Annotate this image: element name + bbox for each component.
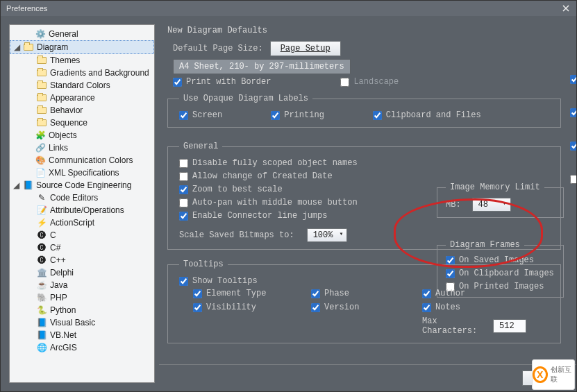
opaque-fieldset: Use Opaque Diagram Labels Screen Printin…	[167, 94, 561, 128]
disable-scoped-checkbox[interactable]: Disable fully scoped object names	[179, 158, 553, 168]
folder-icon	[36, 105, 47, 116]
tooltips-legend: Tooltips	[179, 259, 228, 269]
close-icon[interactable]	[561, 3, 571, 13]
attr-icon: 📝	[36, 205, 47, 216]
tree-sequence[interactable]: Sequence	[10, 117, 154, 129]
xml-icon: 📄	[35, 167, 46, 178]
tree-python[interactable]: 🐍Python	[10, 304, 154, 316]
scale-saved-label: Scale Saved Bitmaps to:	[179, 230, 294, 240]
edit-icon: ✎	[36, 192, 47, 203]
tooltips-fieldset: Tooltips Show Tooltips Element Type Phas…	[167, 259, 561, 343]
cpp-icon: 🅒	[36, 255, 47, 266]
tree-vb[interactable]: 📘Visual Basic	[10, 316, 154, 329]
watermark-icon: X	[533, 366, 548, 383]
memory-legend: Image Memory Limit	[446, 182, 544, 192]
page-size-label: Default Page Size:	[173, 44, 263, 53]
tree-attrop[interactable]: 📝Attribute/Operations	[10, 204, 154, 216]
memory-fieldset: Image Memory Limit MB: 48	[437, 182, 564, 218]
tree-php[interactable]: 🐘PHP	[10, 291, 154, 304]
footer: Close	[159, 364, 576, 391]
code-icon: 📘	[22, 180, 33, 191]
tree-links[interactable]: 🔗Links	[10, 142, 154, 154]
as-icon: ⚡	[36, 217, 47, 228]
objects-icon: 🧩	[35, 130, 46, 141]
tree-vbnet[interactable]: 📘VB.Net	[10, 329, 154, 341]
vb-icon: 📘	[36, 317, 47, 328]
tree-sce[interactable]: ◢📘Source Code Engineering	[10, 179, 154, 191]
preferences-tree[interactable]: ⚙️General ◢Diagram Themes Gradients and …	[9, 24, 155, 383]
links-icon: 🔗	[35, 142, 46, 153]
page-size-value: A4 Sheet, 210- by 297-millimeters	[173, 59, 351, 74]
landscape-checkbox[interactable]: Landscape	[340, 77, 399, 87]
scale-saved-select[interactable]: 100%	[307, 228, 348, 242]
arcgis-icon: 🌐	[36, 342, 47, 353]
window-title: Preferences	[6, 4, 47, 12]
tt-visibility-checkbox[interactable]: Visibility	[193, 302, 304, 312]
folder-icon	[36, 80, 47, 91]
tree-commcolors[interactable]: 🎨Communication Colors	[10, 154, 154, 167]
tree-themes[interactable]: Themes	[10, 54, 154, 67]
tree-objects[interactable]: 🧩Objects	[10, 129, 154, 142]
page-setup-button[interactable]: Page Setup	[270, 41, 341, 56]
tt-version-checkbox[interactable]: Version	[311, 302, 415, 312]
delphi-icon: 🏛️	[36, 267, 47, 278]
tt-maxchars-label: Max Characters:	[422, 316, 486, 336]
watermark: X 创新互联	[532, 359, 575, 390]
tree-cpp[interactable]: 🅒C++	[10, 254, 154, 266]
show-protected-checkbox[interactable]: Show Protected Features	[570, 98, 576, 127]
gear-icon: ⚙️	[35, 28, 46, 40]
general-legend: General	[179, 142, 222, 151]
tree-appearance[interactable]: Appearance	[10, 92, 154, 104]
folder-icon	[36, 92, 47, 103]
show-private-checkbox[interactable]: Show Private Features	[570, 131, 576, 160]
opaque-clipboard-checkbox[interactable]: Clipboard and Files	[373, 110, 481, 120]
tree-java[interactable]: ☕Java	[10, 279, 154, 291]
folder-icon	[23, 42, 34, 53]
tree-actionscript[interactable]: ⚡ActionScript	[10, 216, 154, 229]
tree-behavior[interactable]: Behavior	[10, 104, 154, 117]
watermark-text: 创新互联	[551, 365, 574, 384]
tt-notes-checkbox[interactable]: Notes	[422, 302, 526, 312]
java-icon: ☕	[36, 280, 47, 291]
tree-csharp[interactable]: 🅒C#	[10, 241, 154, 254]
csharp-icon: 🅒	[36, 242, 47, 253]
mb-label: MB:	[446, 200, 461, 210]
tt-maxchars-input[interactable]: 512	[493, 319, 526, 333]
print-border-checkbox[interactable]: Print with Border	[173, 77, 271, 87]
tree-codeed[interactable]: ✎Code Editors	[10, 191, 154, 204]
tree-xmlspec[interactable]: 📄XML Specifications	[10, 167, 154, 179]
tree-c[interactable]: 🅒C	[10, 229, 154, 241]
tt-phase-checkbox[interactable]: Phase	[311, 289, 415, 298]
show-tooltips-checkbox[interactable]: Show Tooltips	[179, 276, 553, 286]
palette-icon: 🎨	[35, 155, 46, 166]
folder-icon	[36, 117, 47, 128]
folder-icon	[36, 67, 47, 78]
opaque-screen-checkbox[interactable]: Screen	[179, 110, 222, 120]
main-panel: New Diagram Defaults Default Page Size: …	[159, 16, 576, 391]
titlebar: Preferences	[1, 1, 576, 16]
frames-legend: Diagram Frames	[446, 240, 524, 250]
c-icon: 🅒	[36, 230, 47, 241]
vbnet-icon: 📘	[36, 330, 47, 341]
tree-general[interactable]: ⚙️General	[10, 28, 154, 40]
python-icon: 🐍	[36, 305, 47, 316]
tree-stdcolors[interactable]: Standard Colors	[10, 79, 154, 92]
php-icon: 🐘	[36, 292, 47, 303]
show-notes-checkbox[interactable]: Show Diagram Notes	[570, 164, 576, 194]
opaque-printing-checkbox[interactable]: Printing	[271, 110, 324, 120]
folder-icon	[36, 55, 47, 66]
tt-author-checkbox[interactable]: Author	[422, 289, 526, 298]
show-public-checkbox[interactable]: Show Public Features	[570, 65, 576, 94]
page-heading: New Diagram Defaults	[167, 26, 565, 35]
tree-delphi[interactable]: 🏛️Delphi	[10, 266, 154, 279]
tt-elemtype-checkbox[interactable]: Element Type	[193, 289, 304, 298]
tree-gradients[interactable]: Gradients and Background	[10, 67, 154, 79]
tree-diagram[interactable]: ◢Diagram	[10, 40, 154, 54]
mb-select[interactable]: 48	[472, 198, 511, 212]
tree-arcgis[interactable]: 🌐ArcGIS	[10, 341, 154, 354]
opaque-legend: Use Opaque Diagram Labels	[179, 94, 312, 103]
